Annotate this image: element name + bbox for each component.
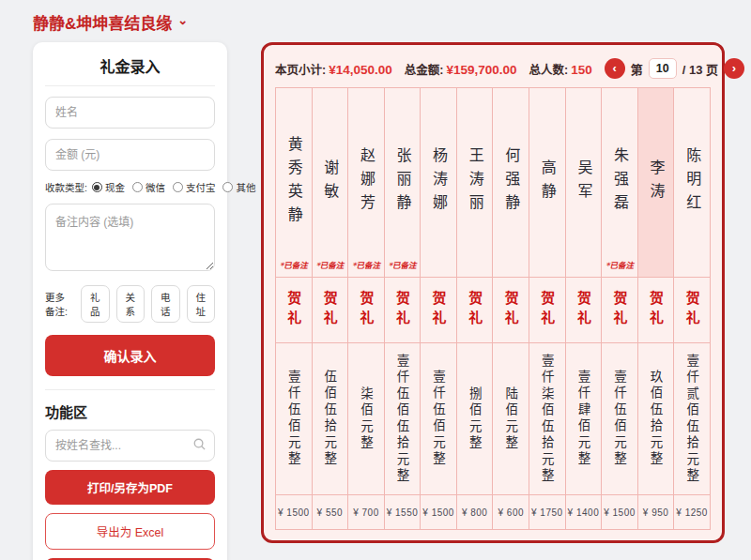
amount-chinese: 壹仟伍佰元整 [610, 370, 629, 468]
payment-option[interactable]: 其他 [222, 180, 255, 194]
guest-name-cell[interactable]: 谢敏 *已备注 [313, 88, 348, 278]
remark-textarea[interactable] [45, 204, 215, 271]
search-icon [192, 437, 207, 451]
gift-label: 贺礼 [465, 291, 484, 330]
ledger-header: 本页小计: ¥14,050.00 总金额: ¥159,700.00 总人数: 1… [275, 53, 711, 83]
noted-badge: *已备注 [602, 259, 637, 270]
guest-name-cell[interactable]: 赵娜芳 *已备注 [348, 88, 384, 278]
remark-chip[interactable]: 礼品 [81, 285, 110, 323]
amount-cell: 玖佰伍拾元整 [638, 343, 674, 495]
amount-input[interactable] [45, 139, 215, 171]
ledger-column: 高静 贺礼 壹仟柒佰伍拾元整 ¥ 1750 [529, 88, 566, 529]
guest-name-cell[interactable]: 何强静 [493, 88, 529, 278]
payment-type-label: 收款类型: [45, 180, 87, 194]
more-remarks-row: 更多备注: 礼品关系电话住址 [45, 285, 215, 323]
amount-numeric: ¥ 700 [348, 495, 384, 529]
ledger-column: 张丽静 *已备注 贺礼 壹仟伍佰伍拾元整 ¥ 1550 [385, 88, 421, 529]
amount-cell: 柒佰元整 [348, 343, 384, 495]
payment-option[interactable]: 微信 [132, 180, 165, 194]
page-subtotal: 本页小计: ¥14,050.00 [275, 60, 392, 78]
gift-label: 贺礼 [574, 291, 593, 330]
noted-badge: *已备注 [348, 259, 384, 270]
radio-icon[interactable] [222, 182, 233, 192]
prev-page-button[interactable]: ‹ [605, 58, 625, 79]
amount-numeric: ¥ 1250 [674, 495, 710, 529]
amount-chinese: 陆佰元整 [501, 386, 520, 452]
guest-name-cell[interactable]: 高静 [529, 88, 565, 278]
payment-option-label: 其他 [236, 180, 255, 194]
count-label: 总人数: [529, 60, 569, 78]
remark-chips: 礼品关系电话住址 [81, 285, 215, 323]
guest-name-cell[interactable]: 吴军 [566, 88, 602, 278]
gift-cell: 贺礼 [674, 278, 710, 343]
ledger-column: 杨涛娜 贺礼 壹仟伍佰元整 ¥ 1500 [421, 88, 457, 529]
search-input[interactable] [45, 430, 215, 462]
divider [45, 389, 215, 390]
ledger-column: 陈明红 贺礼 壹仟贰佰伍拾元整 ¥ 1250 [674, 88, 710, 529]
guest-name-cell[interactable]: 陈明红 [674, 88, 710, 278]
guest-name-cell[interactable]: 张丽静 *已备注 [385, 88, 421, 278]
gift-label: 贺礼 [392, 291, 412, 330]
amount-chinese: 壹仟伍佰元整 [429, 370, 448, 468]
gift-cell: 贺礼 [602, 278, 637, 343]
confirm-entry-button[interactable]: 确认录入 [45, 335, 215, 376]
gift-cell: 贺礼 [385, 278, 421, 343]
amount-cell: 捌佰元整 [457, 343, 493, 495]
next-page-button[interactable]: › [724, 58, 744, 79]
amount-chinese: 玖佰伍拾元整 [647, 370, 666, 468]
gift-cell: 贺礼 [638, 278, 674, 343]
guest-name: 谢敏 [318, 159, 341, 206]
app-title[interactable]: 静静&坤坤喜结良缘 ⌄ [33, 10, 188, 34]
noted-badge: *已备注 [276, 259, 312, 270]
remark-chip[interactable]: 关系 [116, 285, 146, 323]
amount-chinese: 柒佰元整 [357, 386, 376, 452]
radio-icon[interactable] [173, 182, 183, 192]
gift-cell: 贺礼 [457, 278, 493, 343]
remark-chip[interactable]: 住址 [187, 285, 216, 323]
ledger-column: 吴军 贺礼 壹仟肆佰元整 ¥ 1400 [566, 88, 603, 529]
amount-chinese: 捌佰元整 [466, 386, 484, 452]
guest-name-cell[interactable]: 李涛 [638, 88, 674, 278]
form-title: 礼金录入 [45, 54, 215, 86]
print-pdf-button[interactable]: 打印/另存为PDF [45, 470, 215, 505]
radio-icon[interactable] [132, 182, 143, 192]
guest-name: 李涛 [645, 159, 667, 206]
guest-name: 赵娜芳 [355, 147, 377, 218]
amount-chinese: 伍佰伍拾元整 [320, 370, 339, 468]
gift-label: 贺礼 [356, 291, 376, 330]
amount-numeric: ¥ 600 [493, 495, 529, 529]
remark-chip[interactable]: 电话 [151, 285, 180, 323]
guest-name-cell[interactable]: 王涛丽 [457, 88, 493, 278]
subtotal-value: ¥14,050.00 [329, 63, 392, 77]
guest-name-cell[interactable]: 朱强磊 *已备注 [602, 88, 637, 278]
pagination: ‹ 第 / 13 页 › [605, 58, 744, 79]
gift-label: 贺礼 [682, 291, 702, 330]
amount-cell: 壹仟伍佰伍拾元整 [385, 343, 421, 495]
gift-cell: 贺礼 [529, 278, 565, 343]
gift-cell: 贺礼 [421, 278, 456, 343]
guest-name-cell[interactable]: 杨涛娜 [421, 88, 456, 278]
payment-option[interactable]: 现金 [92, 180, 125, 194]
page-number-input[interactable] [649, 58, 677, 79]
entry-card: 礼金录入 收款类型: 现金微信支付宝其他 更多备注: 礼品关系电话住址 确认录入… [33, 42, 227, 560]
gift-label: 贺礼 [501, 291, 521, 330]
guest-name: 王涛丽 [464, 147, 486, 218]
name-input[interactable] [45, 97, 215, 129]
guest-name: 何强静 [499, 147, 522, 218]
amount-numeric: ¥ 800 [457, 495, 493, 529]
gift-label: 贺礼 [320, 291, 340, 330]
noted-badge: *已备注 [385, 259, 421, 270]
gift-label: 贺礼 [429, 291, 449, 330]
ledger-column: 何强静 贺礼 陆佰元整 ¥ 600 [493, 88, 529, 529]
export-excel-button[interactable]: 导出为 Excel [45, 513, 215, 550]
guest-name: 陈明红 [681, 147, 703, 218]
guest-name-cell[interactable]: 黄秀英静 *已备注 [276, 88, 312, 278]
ledger-panel: 本页小计: ¥14,050.00 总金额: ¥159,700.00 总人数: 1… [261, 42, 725, 543]
gift-cell: 贺礼 [566, 278, 602, 343]
amount-numeric: ¥ 550 [313, 495, 348, 529]
gift-cell: 贺礼 [313, 278, 348, 343]
gift-label: 贺礼 [646, 291, 666, 330]
guest-name: 吴军 [572, 159, 594, 206]
payment-option[interactable]: 支付宝 [173, 180, 216, 194]
radio-selected-icon[interactable] [92, 182, 102, 192]
